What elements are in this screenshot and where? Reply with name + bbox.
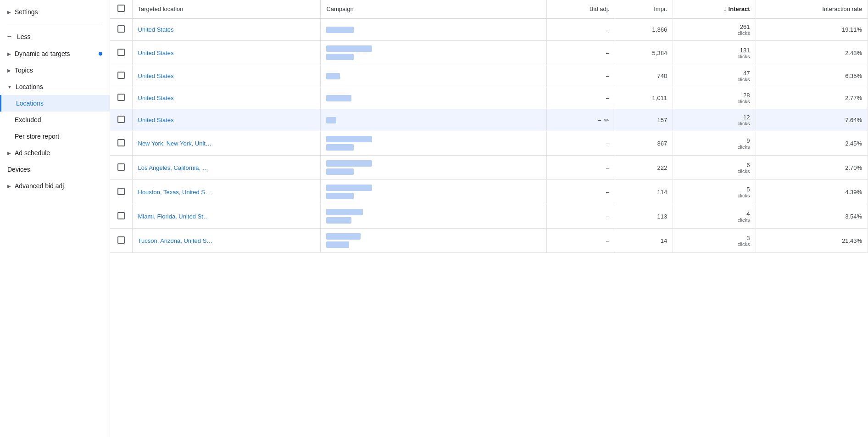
sidebar-item-ad-schedule[interactable]: ▶ Ad schedule bbox=[0, 145, 110, 161]
cell-bid-adj: – bbox=[546, 204, 615, 229]
location-link[interactable]: Los Angeles, California, … bbox=[138, 164, 208, 171]
sidebar-item-advanced-bid-adj[interactable]: ▶ Advanced bid adj. bbox=[0, 178, 110, 194]
header-targeted-location[interactable]: Targeted location bbox=[132, 0, 321, 18]
cell-interactions: 47clicks bbox=[673, 65, 756, 87]
location-link[interactable]: United States bbox=[138, 73, 174, 79]
row-checkbox[interactable] bbox=[117, 116, 125, 123]
sidebar-item-locations[interactable]: Locations bbox=[0, 95, 110, 112]
cell-campaign bbox=[321, 18, 546, 41]
sidebar: ▶ Settings – Less ▶ Dynamic ad targets ▶… bbox=[0, 0, 110, 437]
cell-interaction-rate: 19.11% bbox=[756, 18, 868, 41]
location-link[interactable]: Tucson, Arizona, United S… bbox=[138, 237, 213, 244]
cell-campaign bbox=[321, 131, 546, 156]
sidebar-sub-item-label: Per store report bbox=[15, 133, 59, 140]
row-checkbox[interactable] bbox=[117, 236, 125, 244]
row-checkbox-cell[interactable] bbox=[110, 180, 132, 204]
header-checkbox-cell[interactable] bbox=[110, 0, 132, 18]
cell-interactions: 5clicks bbox=[673, 180, 756, 204]
cell-bid-adj: – bbox=[546, 18, 615, 41]
expand-arrow-icon: ▶ bbox=[7, 151, 11, 156]
row-checkbox-cell[interactable] bbox=[110, 87, 132, 109]
row-checkbox[interactable] bbox=[117, 25, 125, 33]
interactions-count: 5 bbox=[746, 186, 750, 193]
row-checkbox-cell[interactable] bbox=[110, 131, 132, 156]
location-link[interactable]: Miami, Florida, United St… bbox=[138, 213, 209, 220]
sidebar-item-per-store-report[interactable]: Per store report bbox=[0, 128, 110, 145]
row-checkbox-cell[interactable] bbox=[110, 229, 132, 253]
cell-interactions: 261clicks bbox=[673, 18, 756, 41]
sidebar-sub-item-label: Excluded bbox=[15, 116, 41, 123]
header-impr[interactable]: Impr. bbox=[615, 0, 673, 18]
sidebar-item-locations-parent[interactable]: ▼ Locations bbox=[0, 78, 110, 95]
row-checkbox-cell[interactable] bbox=[110, 156, 132, 180]
location-link[interactable]: United States bbox=[138, 50, 174, 56]
row-checkbox[interactable] bbox=[117, 72, 125, 79]
cell-campaign bbox=[321, 156, 546, 180]
cell-location[interactable]: United States bbox=[132, 18, 321, 41]
cell-impr: 157 bbox=[615, 109, 673, 131]
sidebar-item-less[interactable]: – Less bbox=[0, 28, 110, 45]
cell-impr: 1,011 bbox=[615, 87, 673, 109]
location-link[interactable]: Houston, Texas, United S… bbox=[138, 189, 211, 196]
sidebar-item-label: Ad schedule bbox=[15, 149, 50, 157]
interactions-count: 261 bbox=[740, 23, 750, 30]
cell-location[interactable]: New York, New York, Unit… bbox=[132, 131, 321, 156]
sidebar-item-label: Advanced bid adj. bbox=[15, 182, 66, 190]
cell-location[interactable]: United States bbox=[132, 65, 321, 87]
row-checkbox-cell[interactable] bbox=[110, 109, 132, 131]
interactions-label: clicks bbox=[738, 241, 750, 247]
cell-interactions: 12clicks bbox=[673, 109, 756, 131]
row-checkbox[interactable] bbox=[117, 139, 125, 146]
interactions-count: 12 bbox=[743, 114, 750, 121]
location-link[interactable]: United States bbox=[138, 26, 174, 33]
table-row: United States–74047clicks6.35% bbox=[110, 65, 868, 87]
edit-icon[interactable]: ✏ bbox=[604, 117, 609, 124]
cell-location[interactable]: Houston, Texas, United S… bbox=[132, 180, 321, 204]
header-interactions[interactable]: ↓Interact bbox=[673, 0, 756, 18]
row-checkbox[interactable] bbox=[117, 188, 125, 195]
location-link[interactable]: New York, New York, Unit… bbox=[138, 140, 211, 147]
sidebar-item-dynamic-ad-targets[interactable]: ▶ Dynamic ad targets bbox=[0, 45, 110, 62]
interactions-label: clicks bbox=[738, 99, 750, 104]
interactions-label: clicks bbox=[738, 217, 750, 223]
row-checkbox-cell[interactable] bbox=[110, 65, 132, 87]
select-all-checkbox[interactable] bbox=[117, 5, 125, 12]
cell-bid-adj[interactable]: –✏ bbox=[546, 109, 615, 131]
expand-arrow-icon: ▶ bbox=[7, 68, 11, 73]
sidebar-item-topics[interactable]: ▶ Topics bbox=[0, 62, 110, 78]
sidebar-item-excluded[interactable]: Excluded bbox=[0, 112, 110, 128]
cell-location[interactable]: United States bbox=[132, 87, 321, 109]
row-checkbox[interactable] bbox=[117, 49, 125, 56]
cell-campaign bbox=[321, 65, 546, 87]
header-campaign[interactable]: Campaign bbox=[321, 0, 546, 18]
row-checkbox[interactable] bbox=[117, 94, 125, 101]
cell-location[interactable]: Los Angeles, California, … bbox=[132, 156, 321, 180]
interactions-label: clicks bbox=[738, 144, 750, 150]
cell-interaction-rate: 2.45% bbox=[756, 131, 868, 156]
cell-location[interactable]: United States bbox=[132, 109, 321, 131]
cell-location[interactable]: United States bbox=[132, 41, 321, 65]
expand-arrow-icon: ▶ bbox=[7, 184, 11, 189]
row-checkbox[interactable] bbox=[117, 212, 125, 219]
cell-campaign bbox=[321, 204, 546, 229]
location-link[interactable]: United States bbox=[138, 117, 174, 123]
location-link[interactable]: United States bbox=[138, 95, 174, 101]
header-bid-adj[interactable]: Bid adj. bbox=[546, 0, 615, 18]
table-row: United States–✏15712clicks7.64% bbox=[110, 109, 868, 131]
row-checkbox-cell[interactable] bbox=[110, 204, 132, 229]
notification-dot bbox=[99, 52, 102, 56]
cell-location[interactable]: Tucson, Arizona, United S… bbox=[132, 229, 321, 253]
minus-icon: – bbox=[7, 33, 11, 41]
row-checkbox-cell[interactable] bbox=[110, 41, 132, 65]
cell-impr: 5,384 bbox=[615, 41, 673, 65]
row-checkbox-cell[interactable] bbox=[110, 18, 132, 41]
cell-impr: 114 bbox=[615, 180, 673, 204]
cell-campaign bbox=[321, 109, 546, 131]
row-checkbox[interactable] bbox=[117, 163, 125, 171]
sidebar-item-devices[interactable]: Devices bbox=[0, 161, 110, 178]
header-interaction-rate[interactable]: Interaction rate bbox=[756, 0, 868, 18]
table-row: United States–5,384131clicks2.43% bbox=[110, 41, 868, 65]
cell-location[interactable]: Miami, Florida, United St… bbox=[132, 204, 321, 229]
interactions-label: clicks bbox=[738, 121, 750, 126]
sidebar-item-settings[interactable]: ▶ Settings bbox=[0, 4, 110, 20]
